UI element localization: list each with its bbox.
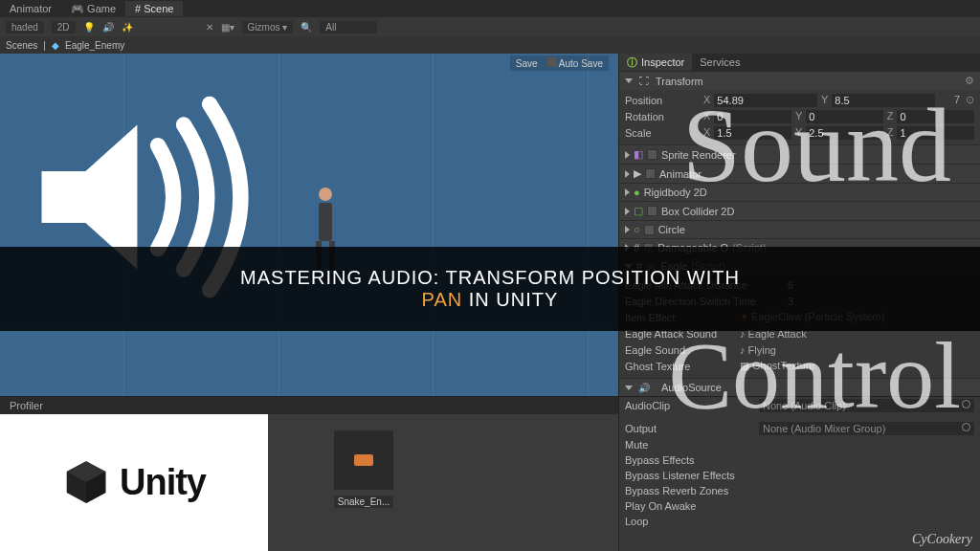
tab-services[interactable]: Services (692, 55, 747, 70)
sprite-icon: ◧ (634, 148, 643, 161)
search-icon[interactable]: 🔍 (301, 22, 312, 33)
grid-icon[interactable]: ▦▾ (221, 22, 234, 33)
rigidbody-icon: ● (634, 187, 640, 198)
search-field[interactable]: All (320, 21, 377, 33)
audio-icon[interactable]: 🔊 (102, 22, 114, 33)
decor-sound: Sound (682, 96, 951, 196)
animator-icon: ▶ (634, 167, 641, 180)
scenes-crumb[interactable]: Scenes (6, 40, 37, 51)
save-button[interactable]: Save (516, 58, 538, 69)
watermark: CyCookery (912, 532, 972, 547)
shading-mode[interactable]: haded (6, 21, 44, 33)
decor-control: Control (668, 330, 961, 421)
tab-scene[interactable]: # Scene (125, 1, 183, 16)
title-overlay: MASTERING AUDIO: TRANSFORM POSITION WITH… (0, 247, 980, 331)
object-picker-icon[interactable] (962, 423, 970, 431)
lighting-icon[interactable]: 💡 (83, 22, 95, 33)
transform-icon: ⛶ (638, 76, 650, 87)
audio-icon: 🔊 (638, 382, 650, 393)
scene-viewport[interactable]: Save Auto Save (0, 54, 618, 396)
tool-icon[interactable]: ✕ (206, 22, 213, 33)
fx-icon[interactable]: ✨ (122, 22, 133, 33)
asset-tile[interactable]: Snake_En... (325, 430, 402, 536)
scene-save-box: Save Auto Save (510, 55, 609, 71)
toggle-2d[interactable]: 2D (52, 21, 76, 33)
scene-tabs: Animator 🎮 Game # Scene (0, 0, 980, 17)
tab-profiler[interactable]: Profiler (0, 398, 53, 413)
box-icon: ▢ (634, 205, 643, 217)
circle-icon: ○ (634, 224, 640, 235)
gizmos-dropdown[interactable]: Gizmos ▾ (242, 21, 294, 33)
assets-strip[interactable]: Snake_En... (268, 414, 618, 551)
gear-icon[interactable]: ⚙ (965, 75, 974, 87)
tab-animator[interactable]: Animator (0, 1, 61, 16)
autosave-checkbox[interactable] (547, 57, 557, 67)
circlecollider-component[interactable]: ○Circle (619, 220, 980, 238)
tab-inspector[interactable]: ⓘInspector (619, 54, 692, 72)
unity-logo: Unity (0, 414, 268, 551)
unity-cube-icon (62, 458, 110, 508)
boxcollider-component[interactable]: ▢Box Collider 2D (619, 201, 980, 220)
bottom-panel: Profiler Unity Snake_En... (0, 396, 618, 551)
object-crumb[interactable]: Eagle_Enemy (65, 40, 124, 51)
tab-game[interactable]: 🎮 Game (61, 1, 125, 17)
object-picker-icon[interactable] (962, 400, 970, 408)
scene-toolbar: haded 2D 💡 🔊 ✨ ✕ ▦▾ Gizmos ▾ 🔍 All (0, 17, 980, 36)
breadcrumb: Scenes | ◆ Eagle_Enemy (0, 36, 980, 54)
